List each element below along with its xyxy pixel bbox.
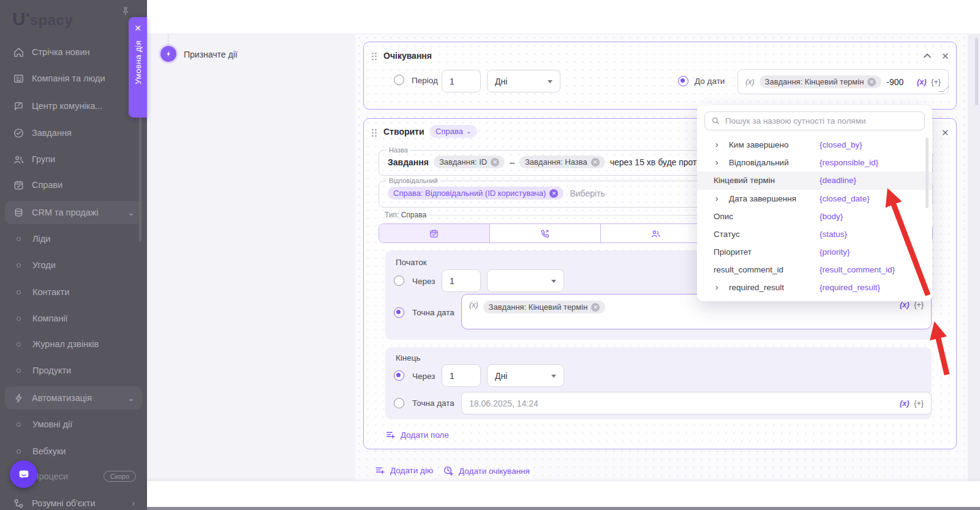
sidebar-item-leads[interactable]: Ліди bbox=[5, 227, 142, 250]
insert-field-button[interactable]: {+} bbox=[931, 78, 941, 86]
conditional-action-tab[interactable]: ✕ Умовна дія bbox=[129, 17, 147, 118]
assign-actions-label: Призначте дії bbox=[184, 50, 238, 59]
sidebar-item-tasks[interactable]: Завдання bbox=[5, 121, 142, 144]
start-after-unit-select[interactable] bbox=[487, 269, 564, 292]
chevron-right-icon[interactable]: › bbox=[715, 154, 718, 171]
offset-value: -900 bbox=[886, 77, 903, 87]
responsible-field-label: Відповідальний bbox=[386, 177, 440, 184]
sidebar-item-smart-objects[interactable]: Розумні об'єкти › bbox=[5, 492, 142, 510]
wait-card-title: Очікування bbox=[383, 51, 432, 61]
add-action-link[interactable]: Додати дію bbox=[375, 465, 433, 476]
to-date-formula-field[interactable]: (x) Завдання: Кінцевий термін✕ -900 (x) … bbox=[737, 69, 949, 94]
insert-field-button[interactable]: {+} bbox=[914, 399, 924, 408]
field-option-body[interactable]: Опис{body} bbox=[697, 208, 932, 225]
sidebar-item-call-log[interactable]: Журнал дзвінків bbox=[5, 332, 142, 356]
close-icon[interactable]: ✕ bbox=[941, 127, 949, 138]
field-option-closed-by[interactable]: › Ким завершено{closed_by} bbox=[697, 136, 932, 154]
chip-remove-icon[interactable]: ✕ bbox=[491, 158, 499, 167]
company-icon bbox=[12, 72, 24, 84]
field-option-closed-date[interactable]: › Дата завершення{closed_date} bbox=[697, 190, 932, 208]
pin-icon[interactable] bbox=[120, 6, 131, 20]
close-icon[interactable]: ✕ bbox=[941, 51, 949, 62]
name-suffix-text: через 15 хв буде проте bbox=[610, 157, 701, 167]
insert-variable-button[interactable]: (x) bbox=[917, 78, 926, 86]
field-option-responsible[interactable]: › Відповідальний{responsible_id} bbox=[697, 154, 932, 171]
insert-variable-button[interactable]: (x) bbox=[900, 399, 909, 408]
start-after-value-input[interactable]: 1 bbox=[442, 269, 481, 292]
deadline-chip[interactable]: Завдання: Кінцевий термін✕ bbox=[483, 301, 606, 313]
field-option-result-comment-id[interactable]: result_comment_id{result_comment_id} bbox=[697, 261, 932, 279]
sidebar-item-communications[interactable]: Центр комуніка... › bbox=[5, 94, 142, 118]
sidebar-item-products[interactable]: Продукти bbox=[5, 359, 142, 382]
sidebar-item-contacts[interactable]: Контакти bbox=[5, 280, 142, 304]
resize-handle[interactable] bbox=[938, 86, 949, 92]
entity-select[interactable]: Справа⌄ bbox=[429, 125, 477, 138]
sidebar-item-companies[interactable]: Компанії bbox=[5, 307, 142, 330]
sidebar-item-automation[interactable]: Автоматизація ⌄ bbox=[5, 386, 142, 410]
chevron-right-icon[interactable]: › bbox=[715, 136, 718, 154]
start-after-radio[interactable] bbox=[394, 276, 404, 286]
tab-activity[interactable] bbox=[379, 224, 490, 242]
field-option-status[interactable]: Статус{status} bbox=[697, 225, 932, 243]
collapse-icon[interactable] bbox=[922, 51, 932, 62]
sidebar-item-deals[interactable]: Угоди bbox=[5, 253, 142, 277]
end-exact-date-input[interactable]: 18.06.2025, 14:24 (x) {+} bbox=[461, 392, 932, 414]
start-title: Початок bbox=[396, 258, 427, 267]
bullet-icon bbox=[17, 342, 21, 347]
add-field-link[interactable]: Додати поле bbox=[385, 430, 449, 440]
chip-remove-icon[interactable]: ✕ bbox=[549, 189, 558, 198]
sidebar-item-feed[interactable]: Стрічка новин bbox=[5, 40, 142, 64]
drag-handle-icon[interactable] bbox=[371, 52, 377, 61]
drag-handle-icon[interactable] bbox=[371, 129, 377, 137]
sidebar-item-company[interactable]: Компанія та люди › bbox=[5, 67, 142, 90]
sidebar-item-activities[interactable]: Справи bbox=[5, 173, 142, 197]
list-plus-icon bbox=[375, 465, 385, 476]
bullet-icon bbox=[17, 449, 21, 454]
chevron-right-icon[interactable]: › bbox=[715, 279, 718, 296]
chip-remove-icon[interactable]: ✕ bbox=[867, 78, 876, 86]
logo-dot-icon bbox=[26, 13, 29, 17]
sidebar-item-groups[interactable]: Групи bbox=[5, 148, 142, 171]
period-radio[interactable] bbox=[394, 75, 404, 85]
start-exact-label: Точна дата bbox=[412, 308, 454, 317]
add-wait-link[interactable]: Додати очікування bbox=[443, 465, 530, 476]
page-scrollbar[interactable] bbox=[975, 38, 978, 105]
end-exact-radio[interactable] bbox=[394, 398, 404, 408]
chip-remove-icon[interactable]: ✕ bbox=[591, 158, 600, 167]
name-field-label: Назва bbox=[386, 146, 410, 154]
chevron-right-icon[interactable]: › bbox=[715, 190, 718, 208]
end-after-radio[interactable] bbox=[394, 370, 404, 381]
insert-variable-button[interactable]: (x) bbox=[900, 301, 909, 309]
insert-field-button[interactable]: {+} bbox=[914, 301, 924, 309]
chat-launcher-button[interactable] bbox=[10, 460, 37, 488]
task-name-chip[interactable]: Завдання: Назва✕ bbox=[519, 156, 605, 168]
calendar-check-icon bbox=[429, 228, 439, 239]
chip-remove-icon[interactable]: ✕ bbox=[591, 303, 600, 312]
responsible-placeholder: Виберіть bbox=[570, 189, 605, 198]
bullet-icon bbox=[17, 263, 21, 268]
sidebar-item-webhooks[interactable]: Вебхуки bbox=[5, 440, 142, 463]
field-option-priority[interactable]: Пріоритет{priority} bbox=[697, 243, 932, 261]
wait-card: Очікування ✕ Період 1 Дні До дати (x) За… bbox=[363, 42, 957, 110]
field-option-required-result[interactable]: › required_result{required_result} bbox=[697, 279, 932, 296]
sidebar-item-conditional-actions[interactable]: Умовні дії bbox=[5, 413, 142, 436]
deadline-chip[interactable]: Завдання: Кінцевий термін✕ bbox=[760, 75, 882, 88]
tab-call[interactable] bbox=[490, 224, 601, 242]
sidebar-item-crm[interactable]: CRM та продажі ⌄ bbox=[5, 201, 142, 224]
field-search-input[interactable]: Пошук за назвою сутності та полями bbox=[704, 111, 925, 130]
dropdown-scrollbar[interactable] bbox=[925, 138, 929, 208]
period-value-input[interactable]: 1 bbox=[442, 70, 481, 92]
task-id-chip[interactable]: Завдання: ID✕ bbox=[434, 156, 505, 168]
end-after-value-input[interactable]: 1 bbox=[442, 364, 481, 387]
chevron-down-icon: ⌄ bbox=[127, 393, 135, 403]
start-exact-radio[interactable] bbox=[394, 307, 404, 318]
responsible-chip[interactable]: Справа: Відповідальний (ID користувача)✕ bbox=[388, 187, 564, 200]
to-date-radio[interactable] bbox=[678, 76, 688, 86]
tab-meeting[interactable] bbox=[601, 224, 712, 242]
close-icon[interactable]: ✕ bbox=[134, 23, 141, 33]
period-unit-select[interactable]: Дні bbox=[487, 70, 560, 92]
bullet-icon bbox=[17, 369, 21, 373]
app-logo[interactable]: Uspacy bbox=[12, 9, 73, 29]
end-after-unit-select[interactable]: Дні bbox=[487, 364, 564, 387]
field-option-deadline[interactable]: Кінцевий термін{deadline} bbox=[697, 171, 932, 190]
